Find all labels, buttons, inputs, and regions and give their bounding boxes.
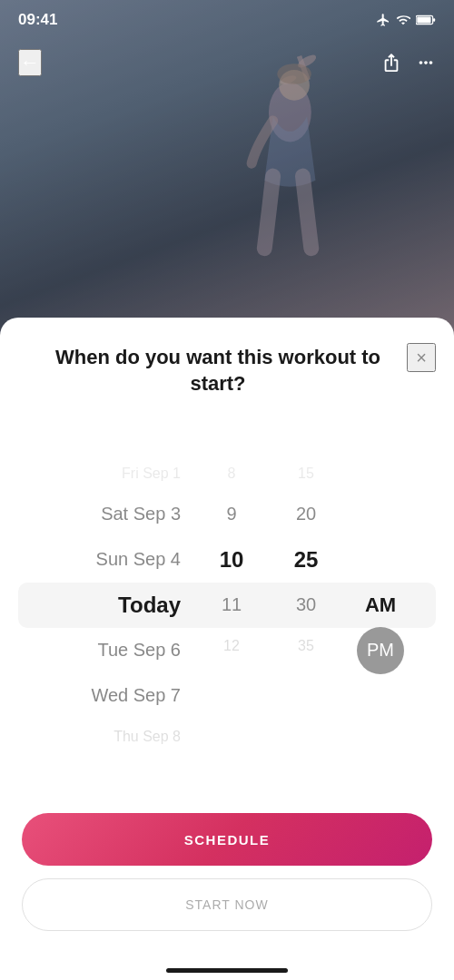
date-item-today[interactable]: Today — [36, 583, 185, 628]
minute-item-25[interactable]: 25 — [269, 537, 343, 583]
picker-container: Fri Sep 1 Sat Sep 3 Sun Sep 4 Today Tue … — [0, 406, 454, 804]
home-indicator — [0, 949, 454, 980]
date-column[interactable]: Fri Sep 1 Sat Sep 3 Sun Sep 4 Today Tue … — [36, 456, 194, 755]
hour-item-8[interactable]: 8 — [194, 456, 269, 492]
hour-item-11[interactable]: 11 — [194, 583, 269, 628]
status-icons — [376, 13, 436, 27]
date-item-thu[interactable]: Thu Sep 8 — [36, 719, 185, 755]
hour-item-10[interactable]: 10 — [194, 537, 269, 583]
minute-column[interactable]: 15 20 25 30 35 — [269, 456, 343, 755]
buttons-area: SCHEDULE START NOW — [0, 804, 454, 949]
svg-rect-7 — [417, 17, 430, 24]
status-bar: 09:41 — [0, 0, 454, 40]
sheet-title: When do you want this workout to start? — [27, 345, 409, 397]
minute-item-35[interactable]: 35 — [269, 628, 343, 664]
home-bar — [166, 968, 288, 973]
minute-item-15[interactable]: 15 — [269, 456, 343, 492]
bottom-sheet: When do you want this workout to start? … — [0, 318, 454, 980]
share-icon[interactable] — [381, 53, 401, 73]
minute-item-30[interactable]: 30 — [269, 583, 343, 628]
date-item-tue[interactable]: Tue Sep 6 — [36, 628, 185, 673]
nav-bar: ← — [0, 40, 454, 85]
svg-rect-8 — [433, 18, 435, 21]
hour-item-12[interactable]: 12 — [194, 628, 269, 664]
am-item[interactable]: AM — [349, 583, 412, 628]
date-item-fri[interactable]: Fri Sep 1 — [36, 456, 185, 492]
status-time: 09:41 — [18, 11, 57, 29]
ampm-column[interactable]: AM PM — [343, 456, 418, 755]
date-item-sat[interactable]: Sat Sep 3 — [36, 492, 185, 537]
pm-label[interactable]: PM — [367, 640, 394, 661]
schedule-button[interactable]: SCHEDULE — [22, 813, 432, 866]
wifi-icon — [396, 13, 410, 27]
date-item-wed[interactable]: Wed Sep 7 — [36, 673, 185, 719]
nav-actions — [381, 53, 436, 73]
sheet-header: When do you want this workout to start? … — [0, 318, 454, 406]
start-now-button[interactable]: START NOW — [22, 878, 432, 931]
more-icon[interactable] — [416, 53, 436, 73]
minute-item-20[interactable]: 20 — [269, 492, 343, 537]
battery-icon — [416, 15, 436, 25]
back-button[interactable]: ← — [18, 49, 42, 76]
hour-column[interactable]: 8 9 10 11 12 — [194, 456, 269, 755]
airplane-icon — [376, 13, 390, 27]
pm-item-container[interactable]: PM — [349, 628, 412, 673]
date-item-sun[interactable]: Sun Sep 4 — [36, 537, 185, 583]
hour-item-9[interactable]: 9 — [194, 492, 269, 537]
picker-columns: Fri Sep 1 Sat Sep 3 Sun Sep 4 Today Tue … — [36, 456, 418, 755]
close-button[interactable]: × — [407, 343, 436, 372]
